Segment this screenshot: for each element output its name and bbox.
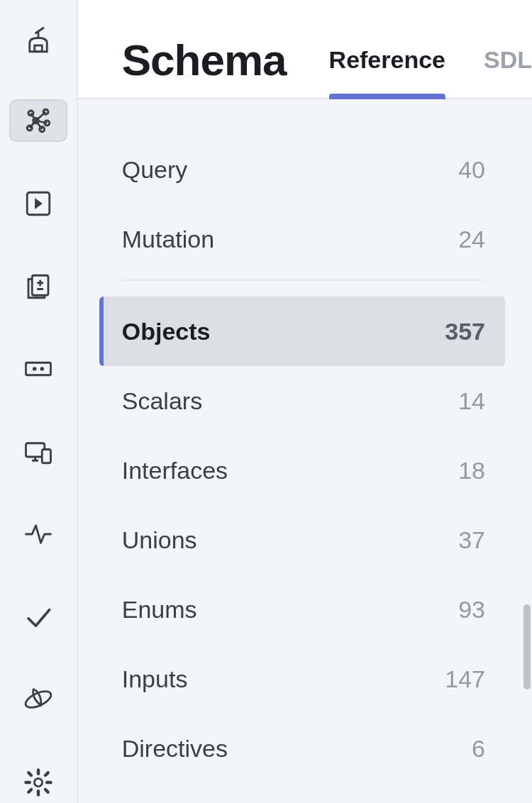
list-item-count: 37 [458, 526, 485, 554]
page-title: Schema [122, 35, 287, 85]
header: Schema Reference SDL [78, 0, 532, 99]
category-list: Query 40 Mutation 24 Objects 357 Scalars… [99, 135, 505, 783]
svg-point-11 [41, 368, 43, 370]
list-item-label: Objects [122, 318, 211, 345]
checks-icon [23, 602, 53, 632]
launch-icon [23, 685, 53, 714]
tabs: Reference SDL [329, 20, 532, 98]
list-item-count: 24 [458, 226, 485, 253]
list-item-count: 147 [445, 665, 485, 693]
list-item-label: Directives [122, 735, 228, 763]
list-item-count: 93 [458, 596, 485, 624]
tab-sdl[interactable]: SDL [484, 46, 532, 98]
list-item-label: Mutation [122, 226, 214, 253]
sidebar-item-schema[interactable] [9, 99, 67, 142]
list-item-label: Enums [122, 596, 197, 624]
svg-point-14 [23, 688, 53, 711]
content: Query 40 Mutation 24 Objects 357 Scalars… [78, 99, 532, 803]
list-item-label: Query [122, 156, 188, 184]
sidebar-item-activity[interactable] [9, 514, 67, 555]
tab-reference[interactable]: Reference [329, 46, 445, 98]
list-item-objects[interactable]: Objects 357 [99, 297, 505, 366]
diff-icon [23, 272, 53, 301]
sidebar-item-clients[interactable] [9, 431, 67, 472]
list-item-label: Scalars [122, 387, 202, 415]
list-item-count: 6 [472, 735, 485, 763]
sidebar-item-checks[interactable] [9, 597, 67, 638]
sidebar-item-observatory[interactable] [9, 20, 67, 61]
list-item-directives[interactable]: Directives 6 [99, 714, 505, 783]
list-item-scalars[interactable]: Scalars 14 [99, 366, 505, 436]
list-item-mutation[interactable]: Mutation 24 [99, 204, 505, 274]
scrollbar-thumb[interactable] [523, 604, 531, 690]
settings-icon [23, 768, 53, 797]
list-item-unions[interactable]: Unions 37 [99, 505, 505, 575]
list-item-query[interactable]: Query 40 [99, 135, 505, 204]
observatory-icon [23, 26, 53, 55]
svg-point-10 [33, 368, 35, 370]
list-item-interfaces[interactable]: Interfaces 18 [99, 436, 505, 505]
sidebar-item-diff[interactable] [9, 266, 67, 307]
list-item-inputs[interactable]: Inputs 147 [99, 644, 505, 714]
list-item-label: Inputs [122, 665, 188, 693]
list-item-count: 14 [458, 387, 485, 415]
list-item-enums[interactable]: Enums 93 [99, 575, 505, 644]
list-item-count: 18 [458, 457, 485, 484]
main: Schema Reference SDL Query 40 Mutation 2… [78, 0, 532, 803]
svg-rect-0 [35, 45, 43, 52]
list-item-count: 357 [445, 318, 485, 345]
sidebar-item-explorer[interactable] [9, 183, 67, 224]
sidebar-item-settings[interactable] [9, 762, 67, 803]
svg-rect-9 [26, 363, 50, 376]
sidebar-item-fields[interactable] [9, 348, 67, 389]
activity-icon [23, 519, 53, 549]
clients-icon [23, 437, 53, 467]
svg-rect-13 [42, 449, 50, 463]
schema-icon [23, 106, 53, 135]
list-item-label: Unions [122, 526, 197, 554]
fields-icon [23, 354, 53, 384]
divider [122, 279, 484, 281]
list-item-count: 40 [458, 156, 485, 184]
svg-point-15 [34, 778, 42, 786]
list-item-label: Interfaces [122, 457, 228, 484]
sidebar-item-launch[interactable] [9, 679, 67, 720]
explorer-icon [23, 189, 53, 218]
sidebar [0, 0, 78, 803]
